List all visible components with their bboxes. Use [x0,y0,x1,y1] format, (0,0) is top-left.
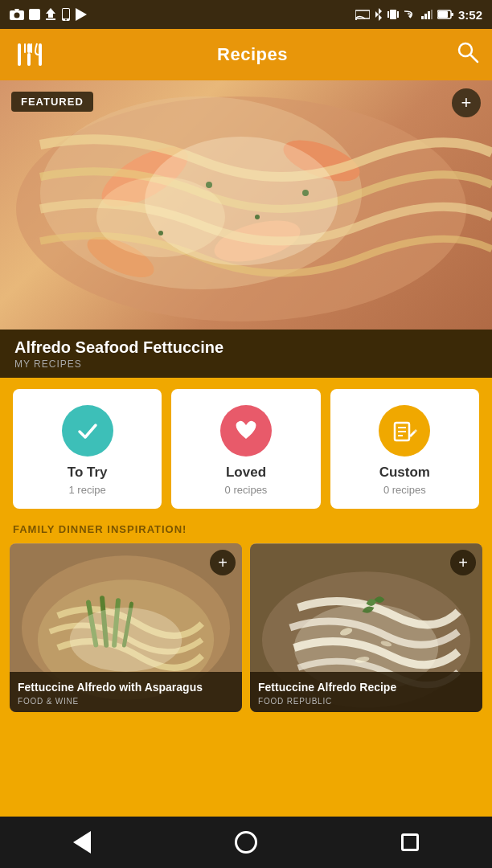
svg-point-53 [70,608,182,672]
svg-rect-15 [421,16,424,19]
status-bar: 3:52 [0,0,492,29]
recipe-card-asparagus[interactable]: + Fettuccine Alfredo with Asparagus FOOD… [10,543,242,712]
to-try-label: To Try [68,465,108,481]
upload-icon [45,8,56,21]
svg-rect-3 [29,9,40,20]
category-loved[interactable]: Loved 0 recipes [171,389,320,509]
heart-icon [233,420,259,442]
check-icon [76,419,100,443]
recipe-add-asparagus[interactable]: + [210,550,236,575]
svg-rect-24 [24,43,26,53]
nav-recent-button[interactable] [394,826,426,858]
recipe-name-asparagus: Fettuccine Alfredo with Asparagus [18,680,234,694]
camera-icon [10,9,24,20]
svg-point-39 [255,215,260,219]
svg-rect-7 [63,9,69,18]
bluetooth-icon [375,8,383,21]
loved-count: 0 recipes [225,484,268,496]
home-icon [235,831,257,854]
svg-rect-22 [18,43,21,66]
edit-icon [392,418,417,444]
back-icon [73,831,91,854]
stop-icon [29,9,40,20]
signal-icon [421,10,433,19]
status-icons-left [10,8,87,21]
svg-rect-5 [46,18,55,20]
svg-rect-14 [397,11,399,18]
phone-icon [61,8,71,21]
svg-rect-13 [387,11,389,18]
featured-section: FEATURED + Alfredo Seafood Fettuccine MY… [0,80,492,378]
svg-rect-17 [428,11,430,19]
to-try-icon [62,405,113,457]
custom-count: 0 recipes [383,484,426,496]
custom-icon [379,405,430,457]
section-label: FAMILY DINNER INSPIRATION! [0,520,492,543]
svg-rect-18 [431,10,433,19]
app-header: Recipes [0,29,492,80]
featured-badge: FEATURED [11,92,93,112]
featured-food-image [0,80,492,330]
to-try-count: 1 recipe [69,484,106,496]
svg-rect-26 [27,53,31,66]
svg-rect-23 [27,43,31,53]
featured-title: Alfredo Seafood Fettuccine [14,338,478,357]
recipe-add-alfredo[interactable]: + [450,550,476,575]
loved-icon [220,405,272,457]
search-icon [457,41,479,63]
svg-rect-21 [451,13,453,16]
recipe-info-asparagus: Fettuccine Alfredo with Asparagus FOOD &… [10,672,242,712]
battery-icon [437,10,453,19]
custom-label: Custom [379,465,430,481]
svg-rect-27 [39,43,42,66]
recipe-grid: + Fettuccine Alfredo with Asparagus FOOD… [0,543,492,712]
recipe-card-alfredo[interactable]: + Fettuccine Alfredo Recipe FOOD REPUBLI… [250,543,482,712]
svg-rect-20 [438,11,448,18]
svg-point-37 [96,177,225,257]
featured-add-button[interactable]: + [452,88,481,117]
featured-info: Alfredo Seafood Fettuccine MY RECIPES [0,330,492,378]
category-to-try[interactable]: To Try 1 recipe [13,389,162,509]
svg-marker-4 [46,8,55,18]
status-right: 3:52 [355,8,482,22]
svg-marker-9 [76,8,87,21]
app-title: Recipes [217,44,288,65]
svg-point-38 [206,182,212,188]
svg-rect-12 [390,10,396,19]
featured-subtitle: MY RECIPES [14,358,478,370]
featured-image[interactable]: FEATURED + [0,80,492,330]
time-display: 3:52 [458,8,482,22]
wifi-icon [404,10,416,19]
search-button[interactable] [457,41,479,69]
recipe-source-asparagus: FOOD & WINE [18,697,234,706]
svg-marker-2 [14,9,19,10]
loved-label: Loved [226,465,266,481]
app-logo [13,40,48,69]
play-icon [76,8,87,21]
recipe-info-alfredo: Fettuccine Alfredo Recipe FOOD REPUBLIC [250,672,482,712]
recipe-source-alfredo: FOOD REPUBLIC [258,697,474,706]
bottom-navigation [0,817,492,868]
svg-rect-16 [424,14,427,19]
recipe-name-alfredo: Fettuccine Alfredo Recipe [258,680,474,694]
categories-section: To Try 1 recipe Loved 0 recipes Custom 0… [0,378,492,520]
vibrate-icon [387,8,399,21]
category-custom[interactable]: Custom 0 recipes [330,389,479,509]
svg-point-40 [302,190,309,196]
svg-line-29 [470,55,478,62]
svg-rect-25 [31,43,32,53]
nav-back-button[interactable] [66,826,98,858]
nav-home-button[interactable] [230,826,262,858]
cast-icon [355,9,370,20]
recent-icon [401,833,419,851]
svg-point-1 [14,13,20,18]
svg-point-41 [158,231,163,235]
svg-point-8 [65,19,67,21]
